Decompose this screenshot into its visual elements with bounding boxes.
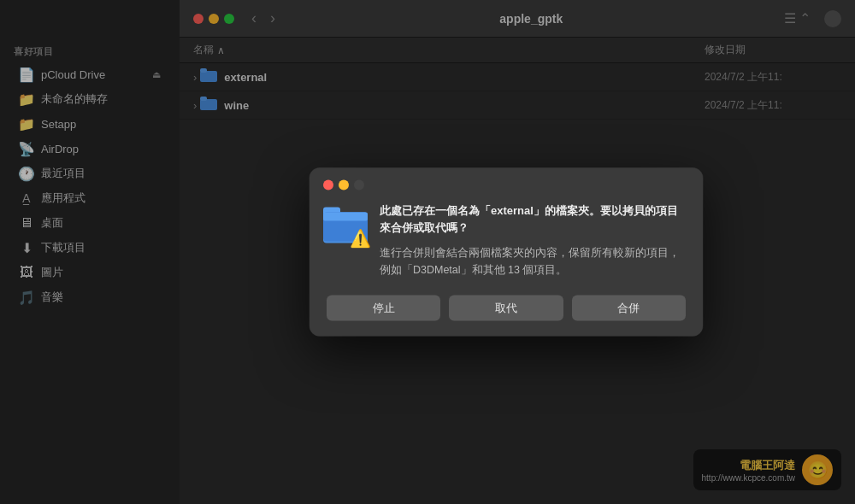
dialog-minimize-button[interactable] xyxy=(339,180,349,190)
svg-rect-7 xyxy=(323,213,368,221)
dialog-body: ⚠️ 此處已存在一個名為「external」的檔案夾。要以拷貝的項目來合併或取代… xyxy=(310,190,703,292)
replace-button[interactable]: 取代 xyxy=(449,296,563,321)
merge-dialog: ⚠️ 此處已存在一個名為「external」的檔案夾。要以拷貝的項目來合併或取代… xyxy=(310,168,703,337)
dialog-buttons: 停止 取代 合併 xyxy=(310,292,703,337)
dialog-folder-icon: ⚠️ xyxy=(323,202,368,247)
dialog-traffic-lights xyxy=(310,168,703,190)
stop-button[interactable]: 停止 xyxy=(327,296,440,321)
dialog-close-button[interactable] xyxy=(323,180,333,190)
warning-icon: ⚠️ xyxy=(350,228,371,249)
dialog-title: 此處已存在一個名為「external」的檔案夾。要以拷貝的項目來合併或取代嗎？ xyxy=(380,202,686,236)
dialog-description: 進行合併則會結合兩個檔案夾的內容，保留所有較新的項目，例如「D3DMetal」和… xyxy=(380,244,686,278)
dialog-text: 此處已存在一個名為「external」的檔案夾。要以拷貝的項目來合併或取代嗎？ … xyxy=(380,202,686,278)
dialog-maximize-button xyxy=(354,180,364,190)
merge-button[interactable]: 合併 xyxy=(572,296,686,321)
